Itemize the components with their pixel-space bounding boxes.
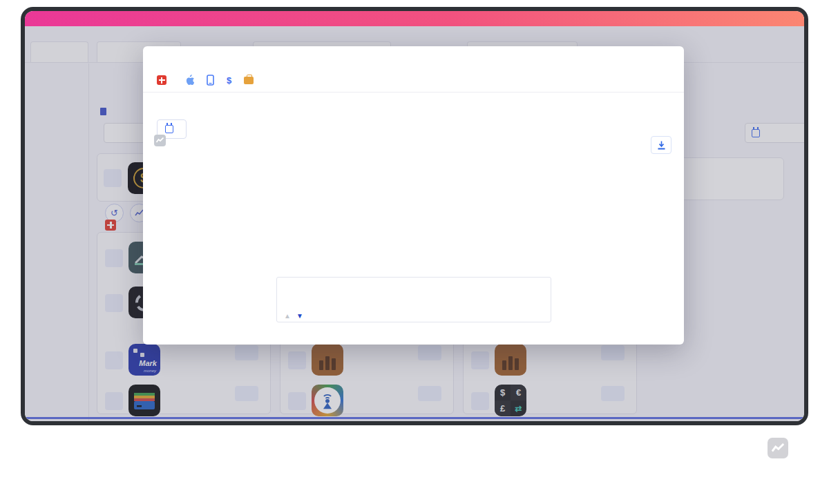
apptweak-mark-icon — [768, 438, 788, 458]
top-chart-trend-modal: $ — [143, 46, 684, 345]
legend-page-down-icon[interactable]: ▼ — [296, 312, 303, 320]
dashboard-page: $ ↺ — [25, 26, 804, 421]
apptweak-logo — [768, 438, 793, 458]
legend-dot — [285, 289, 290, 293]
legend-item[interactable] — [285, 299, 551, 316]
rank-trend-chart[interactable] — [153, 143, 672, 278]
swiss-flag-icon — [157, 75, 166, 85]
legend-page-up-icon[interactable]: ▲ — [284, 312, 291, 320]
legend-dot — [285, 322, 290, 323]
filter-row: $ — [157, 74, 254, 86]
category-briefcase-icon[interactable] — [244, 77, 254, 84]
legend-dot — [285, 305, 290, 310]
legend-pager: ▲ ▼ — [281, 311, 306, 320]
iphone-icon[interactable] — [207, 75, 214, 86]
browser-frame: $ ↺ — [21, 7, 808, 425]
window-top-bar — [25, 11, 804, 26]
legend-item[interactable] — [285, 316, 551, 322]
modal-divider — [143, 92, 684, 93]
calendar-icon — [165, 125, 173, 133]
chart-legend: ▲ ▼ — [276, 277, 551, 322]
paid-filter-icon[interactable]: $ — [227, 75, 231, 86]
apple-icon[interactable] — [185, 75, 194, 86]
screenshot-stage: $ ↺ — [0, 0, 829, 504]
legend-item[interactable] — [285, 282, 551, 299]
